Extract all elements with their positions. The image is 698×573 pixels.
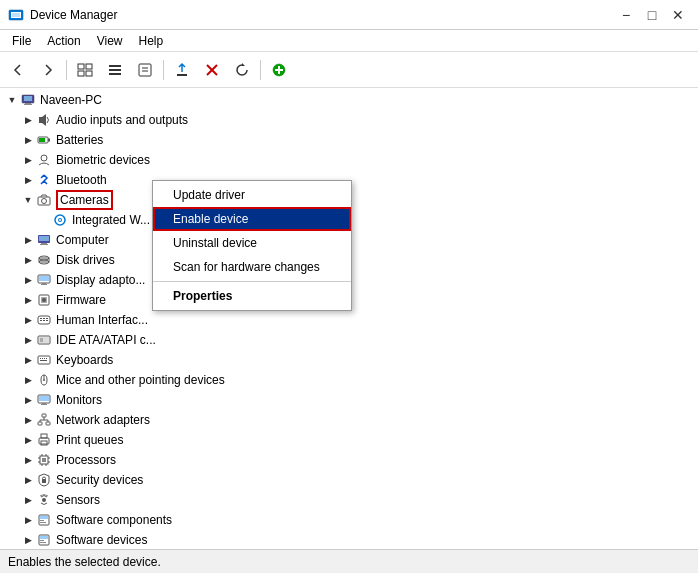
tree-item-security[interactable]: ▶ Security devices [0, 470, 698, 490]
tree-item-mice[interactable]: ▶ Mice and other pointing devices [0, 370, 698, 390]
close-button[interactable]: ✕ [666, 5, 690, 25]
menu-view[interactable]: View [89, 32, 131, 50]
icon-ide [36, 332, 52, 348]
tree-item-print[interactable]: ▶ Print queues [0, 430, 698, 450]
svg-rect-99 [40, 540, 44, 541]
ctx-item-properties[interactable]: Properties [153, 284, 351, 308]
svg-rect-6 [86, 71, 92, 76]
expand-ide[interactable]: ▶ [20, 332, 36, 348]
status-bar: Enables the selected device. [0, 549, 698, 573]
icon-firmware [36, 292, 52, 308]
expand-batteries[interactable]: ▶ [20, 132, 36, 148]
svg-rect-2 [12, 13, 20, 17]
icon-processors [36, 452, 52, 468]
title-bar-icon [8, 7, 24, 23]
svg-rect-68 [42, 403, 46, 404]
tree-item-biometric[interactable]: ▶ Biometric devices [0, 150, 698, 170]
expand-network[interactable]: ▶ [20, 412, 36, 428]
icon-hid [36, 312, 52, 328]
svg-rect-21 [25, 103, 31, 104]
tree-item-keyboards[interactable]: ▶ Keyboards [0, 350, 698, 370]
expand-display[interactable]: ▶ [20, 272, 36, 288]
icon-security [36, 472, 52, 488]
expand-bluetooth[interactable]: ▶ [20, 172, 36, 188]
expand-software-comp[interactable]: ▶ [20, 512, 36, 528]
ctx-item-enable-device[interactable]: Enable device [153, 207, 351, 231]
toolbar-show-resources[interactable] [101, 56, 129, 84]
maximize-button[interactable]: □ [640, 5, 664, 25]
expand-print[interactable]: ▶ [20, 432, 36, 448]
menu-help[interactable]: Help [131, 32, 172, 50]
expand-firmware[interactable]: ▶ [20, 292, 36, 308]
toolbar-forward[interactable] [34, 56, 62, 84]
svg-point-33 [59, 219, 61, 221]
tree-item-batteries[interactable]: ▶ Batteries [0, 130, 698, 150]
toolbar-show-devices[interactable] [71, 56, 99, 84]
menu-file[interactable]: File [4, 32, 39, 50]
tree-item-network[interactable]: ▶ Network adapters [0, 410, 698, 430]
minimize-button[interactable]: − [614, 5, 638, 25]
icon-display [36, 272, 52, 288]
tree-item-software-comp[interactable]: ▶ Software components [0, 510, 698, 530]
tree-root[interactable]: ▼ Naveen-PC [0, 90, 698, 110]
svg-rect-51 [46, 318, 48, 319]
item-label-computer: Computer [56, 233, 109, 247]
toolbar-properties[interactable] [131, 56, 159, 84]
root-expand-icon: ▼ [4, 92, 20, 108]
expand-biometric[interactable]: ▶ [20, 152, 36, 168]
ctx-item-uninstall-device[interactable]: Uninstall device [153, 231, 351, 255]
ctx-item-update-driver[interactable]: Update driver [153, 183, 351, 207]
toolbar-update[interactable] [168, 56, 196, 84]
svg-rect-42 [39, 276, 49, 281]
item-label-integrated-webcam: Integrated W... [72, 213, 150, 227]
icon-network [36, 412, 52, 428]
expand-disk[interactable]: ▶ [20, 252, 36, 268]
menu-action[interactable]: Action [39, 32, 88, 50]
svg-rect-3 [78, 64, 84, 69]
ctx-item-scan-changes[interactable]: Scan for hardware changes [153, 255, 351, 279]
icon-biometric [36, 152, 52, 168]
tree-item-monitors[interactable]: ▶ Monitors [0, 390, 698, 410]
toolbar [0, 52, 698, 88]
tree-item-processors[interactable]: ▶ Processors [0, 450, 698, 470]
icon-monitors [36, 392, 52, 408]
svg-point-65 [43, 379, 45, 381]
toolbar-sep-1 [66, 60, 67, 80]
expand-audio[interactable]: ▶ [20, 112, 36, 128]
expand-sensors[interactable]: ▶ [20, 492, 36, 508]
expand-hid[interactable]: ▶ [20, 312, 36, 328]
expand-processors[interactable]: ▶ [20, 452, 36, 468]
svg-rect-95 [40, 520, 44, 521]
title-bar: Device Manager − □ ✕ [0, 0, 698, 30]
svg-rect-78 [41, 434, 47, 438]
menu-bar: File Action View Help [0, 30, 698, 52]
svg-rect-60 [42, 358, 43, 359]
expand-security[interactable]: ▶ [20, 472, 36, 488]
item-label-security: Security devices [56, 473, 143, 487]
tree-item-sensors[interactable]: ▶ Sensors [0, 490, 698, 510]
icon-sensors [36, 492, 52, 508]
item-label-monitors: Monitors [56, 393, 102, 407]
tree-view[interactable]: ▼ Naveen-PC ▶ Audio inputs and outputs ▶… [0, 88, 698, 549]
expand-mice[interactable]: ▶ [20, 372, 36, 388]
icon-software-comp [36, 512, 52, 528]
toolbar-scan[interactable] [228, 56, 256, 84]
svg-marker-24 [42, 114, 46, 126]
toolbar-uninstall[interactable] [198, 56, 226, 84]
tree-item-ide[interactable]: ▶ IDE ATA/ATAPI c... [0, 330, 698, 350]
expand-software-dev[interactable]: ▶ [20, 532, 36, 548]
toolbar-back[interactable] [4, 56, 32, 84]
icon-audio [36, 112, 52, 128]
svg-rect-50 [43, 318, 45, 319]
tree-item-hid[interactable]: ▶ Human Interfac... [0, 310, 698, 330]
tree-item-audio[interactable]: ▶ Audio inputs and outputs [0, 110, 698, 130]
tree-item-software-dev[interactable]: ▶ Software devices [0, 530, 698, 549]
expand-cameras[interactable]: ▼ [20, 192, 36, 208]
expand-monitors[interactable]: ▶ [20, 392, 36, 408]
expand-computer[interactable]: ▶ [20, 232, 36, 248]
svg-rect-59 [40, 358, 41, 359]
toolbar-sep-3 [260, 60, 261, 80]
expand-keyboards[interactable]: ▶ [20, 352, 36, 368]
root-label: Naveen-PC [40, 93, 102, 107]
toolbar-add[interactable] [265, 56, 293, 84]
